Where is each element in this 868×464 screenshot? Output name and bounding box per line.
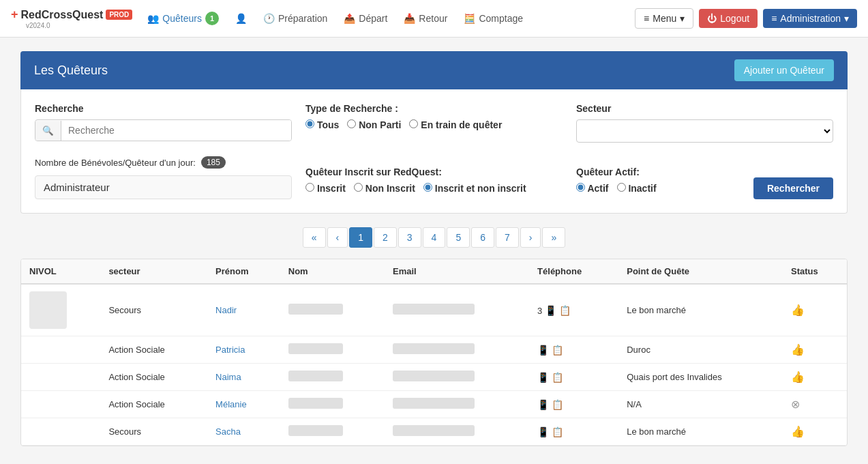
radio-non-parti[interactable]: Non Parti: [347, 119, 401, 130]
nav-depart[interactable]: 📤 Départ: [337, 9, 394, 28]
benevoles-count: 185: [201, 156, 226, 169]
radio-actif-input[interactable]: [576, 183, 585, 192]
cell-email: [385, 391, 529, 418]
pagination-page-7[interactable]: 7: [496, 227, 519, 248]
actif-group: Quêteur Actif: Actif Inactif: [576, 166, 657, 199]
cell-prenom: Mélanie: [207, 391, 280, 418]
prenom-link[interactable]: Sacha: [215, 426, 241, 437]
radio-inactif-input[interactable]: [617, 183, 626, 192]
actif-options: Actif Inactif: [576, 183, 657, 199]
radio-non-inscrit-input[interactable]: [354, 183, 363, 192]
cell-prenom: Nadir: [207, 284, 280, 336]
pagination-page-6[interactable]: 6: [471, 227, 494, 248]
radio-inscrit-non-inscrit-input[interactable]: [423, 183, 432, 192]
cell-nivol: [21, 284, 100, 336]
prenom-link[interactable]: Naima: [215, 372, 241, 382]
prenom-link[interactable]: Mélanie: [215, 399, 247, 409]
search-panel: Recherche 🔍 Type de Recherche : Tous: [20, 89, 848, 214]
col-secteur: secteur: [100, 259, 207, 284]
administration-button[interactable]: ≡ Administration ▾: [763, 9, 857, 28]
phone-icon[interactable]: 📱: [537, 345, 549, 356]
menu-icon: ≡: [644, 13, 649, 24]
navbar: + RedCrossQuest PROD v2024.0 👥 Quêteurs …: [0, 0, 868, 38]
secteur-select[interactable]: [576, 119, 833, 143]
type-recherche-row: Tous Non Parti En train de quêter: [305, 119, 563, 136]
col-email: Email: [385, 259, 529, 284]
pagination-prev[interactable]: ‹: [327, 227, 348, 248]
phone-edit-icon[interactable]: 📋: [552, 345, 563, 356]
admin-icon: ≡: [771, 13, 777, 24]
pagination-first[interactable]: «: [303, 227, 326, 248]
phone-edit-icon[interactable]: 📋: [552, 399, 563, 410]
add-queteur-button[interactable]: Ajouter un Quêteur: [734, 59, 834, 81]
search-input[interactable]: [61, 120, 291, 141]
nav-preparation[interactable]: 🕐 Préparation: [256, 9, 334, 28]
queteurs-icon: 👥: [147, 13, 159, 24]
cell-secteur: Secours: [100, 284, 207, 336]
radio-tous[interactable]: Tous: [305, 119, 339, 130]
radio-en-train[interactable]: En train de quêter: [409, 119, 502, 130]
phone-icon[interactable]: 📱: [537, 426, 549, 437]
nav-user[interactable]: 👤: [228, 9, 254, 28]
search-input-wrapper: 🔍: [35, 119, 292, 141]
radio-inscrit[interactable]: Inscrit: [305, 183, 346, 194]
search-icon-button[interactable]: 🔍: [35, 121, 61, 141]
prenom-link[interactable]: Nadir: [215, 305, 237, 315]
search-field-group: Recherche 🔍: [35, 103, 292, 143]
logout-button[interactable]: ⏻ Logout: [699, 9, 758, 28]
radio-actif[interactable]: Actif: [576, 183, 609, 194]
pagination-wrapper: « ‹ 1 2 3 4 5 6 7 › »: [20, 227, 848, 248]
pagination-page-5[interactable]: 5: [447, 227, 470, 248]
col-prenom: Prénom: [207, 259, 280, 284]
queteurs-table: NIVOL secteur Prénom Nom Email Téléphone…: [21, 259, 847, 446]
clock-icon: 🕐: [263, 13, 275, 24]
phone-icon[interactable]: 📱: [537, 399, 549, 410]
cell-telephone: 📱 📋: [529, 364, 618, 391]
radio-inscrit-input[interactable]: [305, 183, 314, 192]
phone-edit-icon[interactable]: 📋: [552, 372, 563, 383]
prenom-link[interactable]: Patricia: [215, 345, 245, 355]
radio-actif-label: Actif: [587, 183, 608, 194]
pagination-next[interactable]: ›: [520, 227, 541, 248]
radio-non-inscrit[interactable]: Non Inscrit: [354, 183, 415, 194]
radio-inscrit-non-inscrit[interactable]: Inscrit et non inscrit: [423, 183, 526, 194]
menu-button[interactable]: ≡ Menu ▾: [635, 8, 693, 29]
depart-icon: 📤: [344, 13, 355, 24]
pagination-page-3[interactable]: 3: [398, 227, 421, 248]
page-title: Les Quêteurs: [34, 63, 108, 78]
radio-tous-input[interactable]: [305, 119, 314, 128]
pagination-page-4[interactable]: 4: [423, 227, 446, 248]
col-telephone: Téléphone: [529, 259, 618, 284]
radio-en-train-input[interactable]: [409, 119, 418, 128]
brand-name: + RedCrossQuest PROD: [11, 8, 132, 22]
nav-retour[interactable]: 📥 Retour: [397, 9, 454, 28]
cell-secteur: Action Sociale: [100, 336, 207, 364]
cell-nom: [280, 336, 385, 364]
nav-queteurs[interactable]: 👥 Quêteurs 1: [140, 8, 226, 29]
rechercher-button[interactable]: Rechercher: [753, 177, 833, 199]
brand-plus-icon: +: [11, 8, 18, 22]
menu-label: Menu: [653, 13, 676, 24]
radio-non-parti-input[interactable]: [347, 119, 356, 128]
cell-nivol: [21, 418, 100, 446]
cell-email: [385, 336, 529, 364]
radio-inactif[interactable]: Inactif: [617, 183, 657, 194]
status-icon: 👍: [791, 371, 805, 383]
radio-en-train-label: En train de quêter: [421, 119, 502, 130]
phone-edit-icon[interactable]: 📋: [552, 426, 563, 437]
brand: + RedCrossQuest PROD v2024.0: [11, 8, 132, 29]
col-nom: Nom: [280, 259, 385, 284]
pagination-page-1[interactable]: 1: [349, 227, 372, 248]
prod-badge: PROD: [106, 10, 132, 20]
phone-icon[interactable]: 📱: [545, 305, 556, 316]
nav-comptage[interactable]: 🧮 Comptage: [457, 9, 530, 28]
nav-comptage-label: Comptage: [479, 13, 523, 24]
phone-icon[interactable]: 📱: [537, 372, 549, 383]
pagination-last[interactable]: »: [542, 227, 565, 248]
phone-suffix: 3: [537, 306, 542, 316]
pagination-page-2[interactable]: 2: [374, 227, 397, 248]
phone-edit-icon[interactable]: 📋: [559, 305, 571, 316]
cell-email: [385, 418, 529, 446]
admin-caret: ▾: [844, 13, 849, 24]
radio-non-inscrit-label: Non Inscrit: [365, 183, 415, 194]
